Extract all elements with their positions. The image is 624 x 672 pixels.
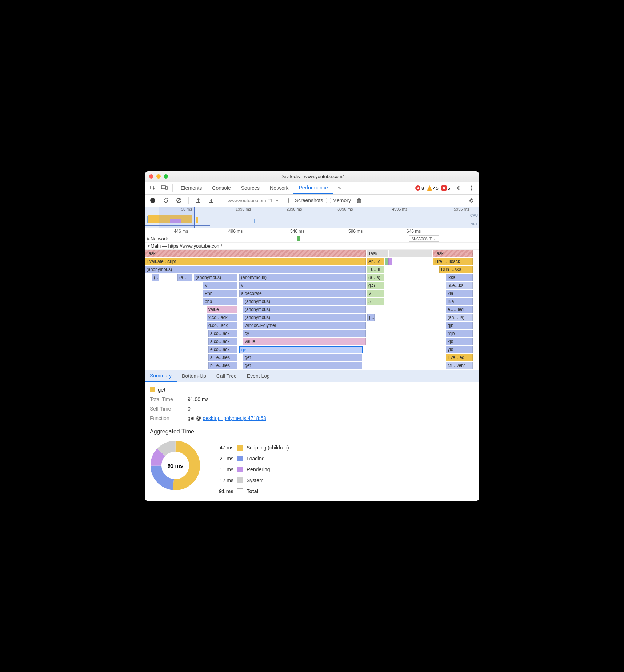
window-controls [149,174,168,179]
svg-rect-2 [166,187,167,189]
self-time-value: 0 [188,406,474,412]
svg-point-6 [471,189,472,191]
more-icon[interactable] [466,183,476,193]
tab-sources[interactable]: Sources [236,182,265,194]
flame-task[interactable]: Task [145,250,366,257]
svg-point-3 [457,187,459,189]
source-link[interactable]: desktop_polymer.js:4718:63 [203,415,266,421]
download-icon[interactable] [206,195,216,205]
collapse-icon[interactable]: ▼ [147,244,151,248]
tab-elements[interactable]: Elements [176,182,207,194]
window-title: DevTools - www.youtube.com/ [145,174,479,179]
network-track-header[interactable]: ▶ Network success.m… [145,235,479,243]
details-tabs: Summary Bottom-Up Call Tree Event Log [145,370,479,382]
titlebar: DevTools - www.youtube.com/ [145,171,479,182]
panel-tabs: Elements Console Sources Network Perform… [176,182,346,194]
flame-task[interactable]: Task [433,250,473,257]
settings-icon[interactable] [453,183,463,193]
tab-summary[interactable]: Summary [145,370,177,382]
main-track-header[interactable]: ▼ Main — https://www.youtube.com/ [145,243,479,250]
flame-selected-get[interactable]: get [239,346,363,353]
legend-system: 12 msSystem [212,475,474,486]
warning-badge[interactable]: 45 [427,185,438,191]
legend-scripting: 47 msScripting (children) [212,442,474,453]
timeline-overview[interactable]: 96 ms 1996 ms 2996 ms 3996 ms 4996 ms 59… [145,207,479,228]
error-badge[interactable]: ✕8 [415,185,424,191]
legend-total: 91 msTotal [212,486,474,497]
summary-panel: get Total Time 91.00 ms Self Time 0 Func… [145,382,479,501]
performance-toolbar: www.youtube.com #1 Screenshots Memory [145,195,479,207]
issue-badge[interactable]: ✕6 [441,185,450,191]
legend-loading: 21 msLoading [212,453,474,464]
clear-icon[interactable] [174,195,184,205]
legend-rendering: 11 msRendering [212,464,474,475]
tab-performance[interactable]: Performance [293,182,333,194]
device-icon[interactable] [159,183,169,193]
memory-checkbox[interactable]: Memory [326,197,351,203]
tab-overflow-icon[interactable]: » [333,182,346,194]
capture-settings-icon[interactable] [466,195,476,205]
screenshots-checkbox[interactable]: Screenshots [288,197,323,203]
svg-line-8 [177,199,180,202]
flame-task[interactable]: Task [367,250,388,257]
status-badges: ✕8 45 ✕6 [415,183,476,193]
flame-chart[interactable]: Task Task Task Evaluate Script An…d Fire… [145,250,479,370]
fullscreen-icon[interactable] [164,174,168,179]
svg-point-4 [471,186,472,187]
flame-task[interactable] [389,250,432,257]
summary-function-name: get [158,387,165,393]
minimize-icon[interactable] [156,174,161,179]
tab-bottom-up[interactable]: Bottom-Up [177,370,211,382]
reload-icon[interactable] [161,195,171,205]
flame-evaluate-script[interactable]: Evaluate Script [145,258,366,265]
record-button[interactable] [148,195,158,205]
svg-rect-1 [161,186,165,189]
svg-point-5 [471,188,472,189]
aggregated-time-legend: 47 msScripting (children) 21 msLoading 1… [212,440,474,497]
scripting-swatch-icon [150,387,155,392]
time-ruler[interactable]: 446 ms 496 ms 546 ms 596 ms 646 ms [145,228,479,235]
svg-rect-9 [357,199,360,203]
tab-console[interactable]: Console [207,182,236,194]
inspect-icon[interactable] [148,183,158,193]
expand-icon[interactable]: ▶ [147,237,151,241]
aggregated-time-heading: Aggregated Time [150,428,474,435]
recording-selector[interactable]: www.youtube.com #1 [225,197,279,204]
tab-event-log[interactable]: Event Log [242,370,275,382]
donut-center-label: 91 ms [168,462,183,468]
main-toolbar: Elements Console Sources Network Perform… [145,182,479,195]
network-item[interactable]: success.m… [409,235,439,242]
collect-garbage-icon[interactable] [354,195,364,205]
network-marker [297,236,300,241]
tab-network[interactable]: Network [265,182,293,194]
total-time-value: 91.00 ms [188,396,474,402]
tab-call-tree[interactable]: Call Tree [211,370,242,382]
devtools-window: DevTools - www.youtube.com/ Elements Con… [145,171,479,501]
aggregated-time-donut: 91 ms [150,440,201,491]
close-icon[interactable] [149,174,153,179]
upload-icon[interactable] [193,195,203,205]
svg-point-10 [471,200,472,201]
